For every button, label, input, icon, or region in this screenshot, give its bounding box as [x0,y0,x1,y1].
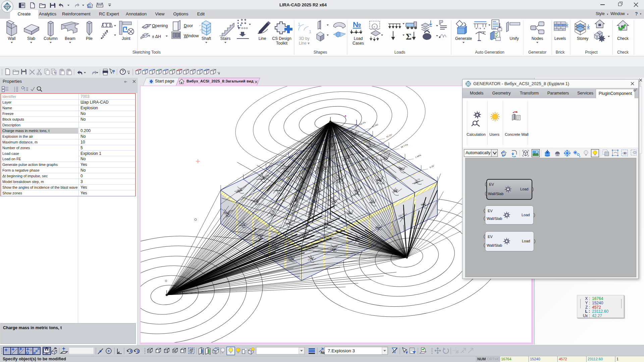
svg-text:1: 1 [298,22,300,27]
svg-text:Sketching Tools: Sketching Tools [132,50,161,55]
svg-text:Check: Check [617,50,629,55]
svg-text:Line ▾: Line ▾ [299,41,310,46]
svg-text:± ΔH: ± ΔH [152,34,161,39]
svg-text:?: ? [112,69,115,74]
svg-text:Stairs: Stairs [220,36,231,41]
svg-text:Auto Generation: Auto Generation [475,50,504,55]
svg-text:Check: Check [617,36,629,41]
svg-text:↻: ↻ [54,71,57,74]
svg-text:Shapes: Shapes [314,50,327,55]
svg-text:7.Explosion 3: 7.Explosion 3 [328,348,355,353]
svg-text:CS Design: CS Design [272,36,291,41]
svg-text:3D by: 3D by [299,36,309,41]
svg-text:Line: Line [259,36,266,41]
svg-text:Brick: Brick [556,50,565,55]
svg-text:Wall: Wall [8,36,16,41]
svg-text:?: ? [122,69,124,74]
svg-text:Nodes: Nodes [532,36,543,41]
svg-text:Storey: Storey [577,36,589,41]
svg-text:Project: Project [585,50,598,55]
svg-text:Load: Load [354,36,363,41]
svg-text:Beam: Beam [65,36,75,41]
svg-text:№: № [321,350,325,355]
svg-text:Generator: Generator [528,50,546,55]
svg-text:Toolkit: Toolkit [276,41,288,46]
svg-text:Generate: Generate [455,36,472,41]
svg-text:Slab: Slab [27,36,35,41]
svg-text:Window: Window [184,34,199,38]
svg-text:1: 1 [309,29,311,34]
svg-text:Cases: Cases [353,41,364,46]
svg-text:Loads: Loads [394,50,406,55]
svg-text:№: № [353,20,361,29]
svg-text:Column: Column [44,36,57,41]
svg-text:Levels: Levels [554,36,566,41]
svg-text:Door: Door [184,23,193,28]
svg-text:Unify: Unify [509,36,519,41]
svg-text:Opening: Opening [152,23,168,28]
svg-text:x: x [130,349,132,353]
svg-text:Pile: Pile [86,36,93,41]
svg-text:x: x [374,25,375,28]
svg-text:Σ: Σ [406,32,412,42]
svg-text:Joint: Joint [122,36,130,41]
svg-text:y: y [137,349,139,353]
svg-text:Shaft: Shaft [202,36,211,41]
